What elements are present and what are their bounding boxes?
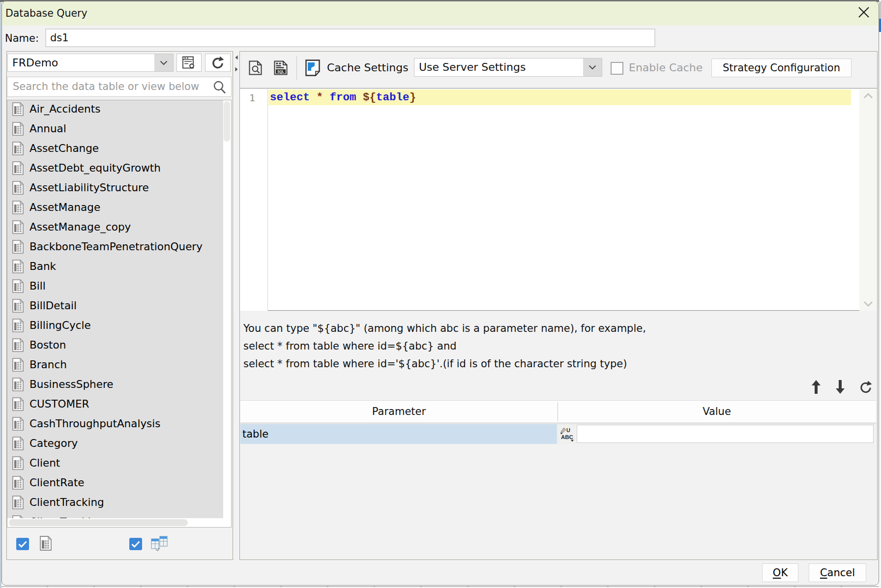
table-item-Client[interactable]: Client	[7, 453, 224, 473]
table-item-AssetManage[interactable]: AssetManage	[7, 198, 224, 217]
table-item-Bill[interactable]: Bill	[7, 276, 224, 296]
search-input[interactable]: Search the data table or view below	[7, 77, 232, 97]
h-scrollbar	[7, 518, 232, 527]
connection-combo[interactable]: FRDemo	[7, 54, 174, 72]
v-scrollbar	[223, 100, 231, 518]
editor-scrollbar	[859, 89, 877, 311]
btn-cancel[interactable]: Cancel	[809, 563, 866, 582]
name-input[interactable]: ds1	[45, 29, 655, 47]
table-item-AssetChange[interactable]: AssetChange	[7, 139, 224, 158]
bg-bottom-line	[0, 586, 881, 587]
title: Database Query	[5, 1, 88, 26]
enable-cache-label: Enable Cache	[629, 59, 703, 77]
btn-param-refresh[interactable]	[859, 381, 873, 394]
checkbox-tables[interactable]	[16, 538, 29, 550]
cache-settings-label: Cache Settings	[327, 59, 409, 77]
splitter-arrows	[235, 55, 238, 72]
svg-text:ABC: ABC	[561, 434, 573, 440]
table-item-Boston[interactable]: Boston	[7, 335, 224, 355]
btn-strategy-configuration[interactable]: Strategy Configuration	[711, 59, 852, 77]
table-item-AssetDebt_equityGrowth[interactable]: AssetDebt_equityGrowth	[7, 158, 224, 178]
table-item-AssetLiabilityStructure[interactable]: AssetLiabilityStructure	[7, 178, 224, 198]
table-item-Bank[interactable]: Bank	[7, 257, 224, 276]
checkbox-enable-cache[interactable]	[611, 62, 623, 75]
right-panel: SQL Cache Settings Use Server Settings E…	[239, 51, 878, 560]
cache-combo[interactable]: Use Server Settings	[414, 58, 602, 77]
svg-text:U: U	[566, 427, 570, 433]
btn-connection-config[interactable]	[176, 54, 202, 72]
icon-view-filter	[151, 536, 168, 552]
table-item-BillDetail[interactable]: BillDetail	[7, 296, 224, 316]
svg-text:SQL: SQL	[277, 70, 284, 74]
btn-param-up[interactable]	[811, 380, 822, 394]
sql-editor[interactable]: 1 select * from ${table}	[240, 88, 877, 311]
table-item-CUSTOMER[interactable]: CUSTOMER	[7, 394, 224, 414]
table-item-ClientRate[interactable]: ClientRate	[7, 473, 224, 493]
titlebar: Database Query	[1, 1, 879, 26]
icon-paste[interactable]	[305, 59, 320, 76]
dialog: Database Query Name: ds1 FRDemo	[1, 1, 879, 586]
table-item-AssetManage_copy[interactable]: AssetManage_copy	[7, 217, 224, 237]
help-line-1: You can type "${abc}" (among which abc i…	[243, 321, 646, 336]
btn-param-down[interactable]	[835, 380, 846, 394]
database-query-dialog-screen: Database Query Name: ds1 FRDemo	[0, 0, 881, 588]
btn-refresh-tables[interactable]	[205, 54, 231, 72]
table-item-Air_Accidents[interactable]: Air_Accidents	[7, 100, 224, 119]
table-item-BillingCycle[interactable]: BillingCycle	[7, 316, 224, 335]
table-item-Category[interactable]: Category	[7, 434, 224, 453]
param-value-input[interactable]	[577, 425, 874, 443]
checkbox-views[interactable]	[129, 538, 142, 550]
table-item-Branch[interactable]: Branch	[7, 355, 224, 375]
param-type-icon[interactable]: U ABC	[557, 424, 576, 444]
table-list: Air_Accidents Annual AssetChange AssetDe…	[7, 100, 232, 528]
table-item-CashThroughputAnalysis[interactable]: CashThroughputAnalysis	[7, 414, 224, 434]
icon-export-sql[interactable]: SQL	[274, 60, 288, 75]
icon-table-filter	[39, 536, 52, 551]
table-item-Annual[interactable]: Annual	[7, 119, 224, 139]
left-panel: FRDemo	[6, 51, 233, 560]
btn-ok[interactable]: OK	[762, 563, 798, 582]
btn-close[interactable]	[858, 7, 869, 18]
param-table-header: Parameter Value	[240, 400, 876, 422]
table-item-ClientTracking[interactable]: ClientTracking	[7, 493, 224, 512]
name-label: Name:	[5, 29, 39, 48]
help-line-3: select * from table where id='${abc}'.(i…	[243, 356, 627, 372]
param-name-cell[interactable]: table	[240, 424, 557, 444]
help-line-2: select * from table where id=${abc} and	[243, 338, 457, 354]
icon-preview[interactable]	[249, 60, 262, 75]
table-item-BusinessSphere[interactable]: BusinessSphere	[7, 375, 224, 394]
bg-right	[879, 0, 881, 588]
table-item-BackboneTeamPenetrationQuery[interactable]: BackboneTeamPenetrationQuery	[7, 237, 224, 257]
